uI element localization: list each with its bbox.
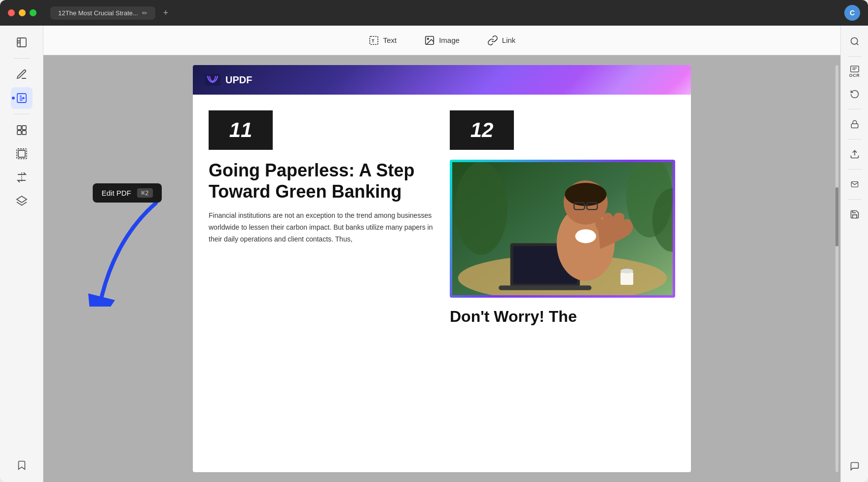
image-tool-label: Image <box>439 36 460 44</box>
app-body: T Text Image L <box>0 26 868 482</box>
avatar[interactable]: C <box>844 5 860 21</box>
tab-edit-icon[interactable]: ✏ <box>142 9 147 17</box>
sidebar-item-bookmark[interactable] <box>11 454 33 476</box>
titlebar: 12The Most Crucial Strate... ✏ + C <box>0 0 868 26</box>
link-tool[interactable]: Link <box>481 32 522 49</box>
sidebar-item-annotate[interactable] <box>11 64 33 85</box>
svg-point-29 <box>575 229 596 243</box>
section-11-number: 11 <box>209 110 273 150</box>
minimize-button[interactable] <box>19 9 26 16</box>
right-panel-divider-2 <box>848 109 862 109</box>
pdf-page: UPDF 11 Going Paperless: A Step Toward G… <box>193 65 691 472</box>
pdf-scroll-area[interactable]: Edit PDF ⌘2 <box>43 55 840 482</box>
edit-pdf-tooltip: Edit PDF ⌘2 <box>93 183 162 203</box>
svg-point-25 <box>565 183 607 206</box>
top-toolbar: T Text Image L <box>43 26 840 55</box>
svg-marker-12 <box>17 196 27 203</box>
svg-rect-7 <box>17 131 21 135</box>
svg-rect-30 <box>620 272 633 285</box>
svg-rect-10 <box>18 150 25 157</box>
sidebar-item-reader[interactable] <box>11 32 33 53</box>
right-panel: OCR <box>840 26 868 482</box>
tab-title: 12The Most Crucial Strate... <box>58 9 138 17</box>
svg-rect-0 <box>17 38 26 47</box>
ocr-label: OCR <box>849 73 860 78</box>
rotate-icon[interactable] <box>845 84 865 104</box>
close-button[interactable] <box>8 9 15 16</box>
svg-point-16 <box>428 38 429 39</box>
svg-text:T: T <box>371 38 374 43</box>
text-tool-label: Text <box>383 36 397 44</box>
tooltip-label: Edit PDF <box>102 189 131 197</box>
upload-icon[interactable] <box>845 144 865 164</box>
svg-rect-8 <box>22 131 26 135</box>
app-window: 12The Most Crucial Strate... ✏ + C <box>0 0 868 482</box>
scroll-thumb[interactable] <box>835 187 838 246</box>
pdf-body: 11 Going Paperless: A Step Toward Green … <box>193 95 691 336</box>
add-tab-button[interactable]: + <box>159 6 173 20</box>
content-area: T Text Image L <box>43 26 840 482</box>
ocr-button[interactable]: OCR <box>845 62 865 81</box>
section-11-title: Going Paperless: A Step Toward Green Ban… <box>209 160 434 202</box>
section-12-image-wrapper <box>450 160 675 298</box>
svg-point-31 <box>620 269 633 273</box>
svg-point-32 <box>455 162 507 255</box>
updf-logo-icon <box>205 74 220 86</box>
right-panel-divider-1 <box>848 56 862 57</box>
left-sidebar <box>0 26 43 482</box>
section-12-subtitle: Don't Worry! The <box>450 308 675 326</box>
section-11-body: Financial institutions are not an except… <box>209 210 434 245</box>
tab-bar: 12The Most Crucial Strate... ✏ + <box>50 6 172 20</box>
sidebar-divider-2 <box>14 114 30 114</box>
active-tab[interactable]: 12The Most Crucial Strate... ✏ <box>50 6 155 20</box>
sidebar-item-layers[interactable] <box>11 190 33 212</box>
image-tool[interactable]: Image <box>418 32 466 49</box>
pdf-header: UPDF <box>193 65 691 95</box>
save-icon[interactable] <box>845 205 865 224</box>
shortcut-badge: ⌘2 <box>137 188 153 198</box>
chat-icon[interactable] <box>845 456 865 476</box>
section-12-image <box>452 162 673 295</box>
section-12: 12 <box>450 110 675 326</box>
svg-rect-22 <box>499 285 591 290</box>
text-tool[interactable]: T Text <box>362 32 403 49</box>
sidebar-divider-1 <box>14 58 30 59</box>
mail-icon[interactable] <box>845 174 865 194</box>
scroll-track <box>835 65 838 472</box>
sidebar-item-convert[interactable] <box>11 167 33 188</box>
svg-line-36 <box>856 43 858 45</box>
fullscreen-button[interactable] <box>30 9 36 16</box>
sidebar-item-organize[interactable] <box>11 119 33 141</box>
svg-point-35 <box>851 38 857 44</box>
right-panel-divider-4 <box>848 169 862 170</box>
section-12-number: 12 <box>450 110 514 150</box>
svg-rect-40 <box>851 124 858 128</box>
right-panel-divider-3 <box>848 139 862 139</box>
updf-logo-text: UPDF <box>225 74 252 86</box>
section-11: 11 Going Paperless: A Step Toward Green … <box>209 110 434 326</box>
right-panel-divider-5 <box>848 199 862 200</box>
svg-rect-5 <box>17 126 21 130</box>
search-icon[interactable] <box>845 32 865 51</box>
link-tool-label: Link <box>502 36 516 44</box>
svg-rect-6 <box>22 126 26 130</box>
active-indicator <box>12 97 15 100</box>
sidebar-item-edit-pdf[interactable] <box>11 87 33 109</box>
sidebar-item-crop[interactable] <box>11 143 33 165</box>
updf-logo: UPDF <box>205 74 252 86</box>
arrow-annotation <box>87 198 166 309</box>
lock-icon[interactable] <box>845 114 865 134</box>
traffic-lights <box>8 9 36 16</box>
